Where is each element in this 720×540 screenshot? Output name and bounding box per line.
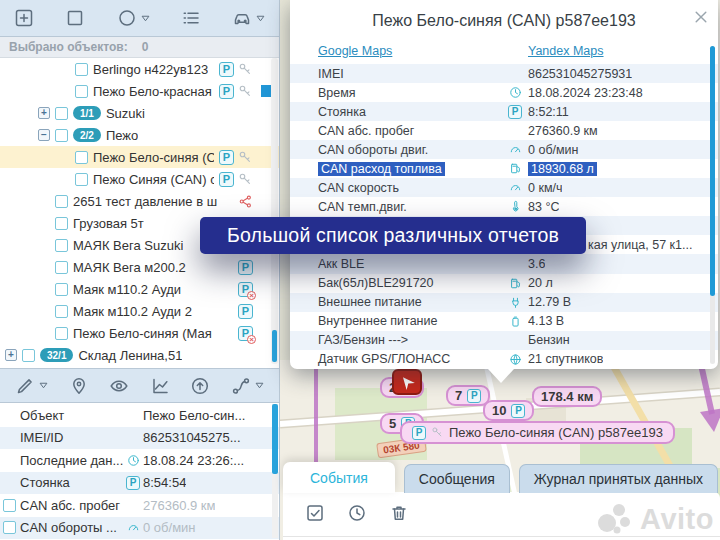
units-filter-icon[interactable]: [232, 8, 252, 28]
unit-label-label[interactable]: PПежо Бело-синяя (CAN) p587ee193: [400, 421, 675, 444]
tree-item[interactable]: Маяк м110.2 АудиP×: [0, 278, 279, 300]
unit-direction-marker[interactable]: [392, 369, 422, 395]
select-square-icon[interactable]: [65, 8, 85, 28]
info-row[interactable]: Последние дан...18.08.24 23:26:...: [0, 449, 279, 472]
checkbox[interactable]: [55, 305, 68, 318]
visibility-icon[interactable]: [109, 376, 129, 396]
collapse-icon[interactable]: −: [38, 129, 50, 141]
checkbox[interactable]: [55, 261, 68, 274]
checkbox[interactable]: [55, 217, 68, 230]
time-filter-icon[interactable]: [347, 503, 367, 523]
tree-item[interactable]: Пежо Синяя (CAN) сP: [0, 168, 279, 190]
tree-item[interactable]: МАЯК Вега м200.2P: [0, 256, 279, 278]
sensor-icon: [238, 194, 253, 209]
info-row[interactable]: ОбъектПежо Бело-син...: [0, 404, 279, 427]
parameter-row[interactable]: ГАЗ/Бензин --->Бензин: [290, 331, 718, 350]
checkbox[interactable]: [75, 173, 88, 186]
checkbox[interactable]: [55, 239, 68, 252]
scrollbar-thumb[interactable]: [272, 330, 277, 362]
parameter-row[interactable]: Датчик GPS/ГЛОНАСС21 спутников: [290, 350, 718, 369]
key-icon: [238, 62, 253, 77]
scrollbar-thumb[interactable]: [710, 46, 715, 296]
tree-scrollbar[interactable]: [271, 58, 278, 364]
expand-icon[interactable]: +: [38, 107, 50, 119]
circle-select-icon[interactable]: [117, 8, 137, 28]
info-scrollbar[interactable]: [272, 404, 278, 538]
info-row[interactable]: CAN обороты ...0 об/мин: [0, 517, 279, 540]
checkbox[interactable]: [22, 349, 35, 362]
checkbox[interactable]: [3, 499, 16, 512]
yandex-maps-link[interactable]: Yandex Maps: [528, 44, 604, 58]
tree-item[interactable]: −2/2Пежо: [0, 124, 279, 146]
map-label-text: Пежо Бело-синяя (CAN) p587ee193: [449, 425, 663, 440]
item-badges: [238, 194, 253, 209]
parameter-row[interactable]: СтоянкаP8:52:11: [290, 102, 718, 121]
parameter-label-text: CAN абс. пробег: [318, 124, 414, 138]
tree-item[interactable]: +32/1Склад Ленина,51: [0, 344, 279, 366]
cluster-7-label[interactable]: 7P: [446, 385, 490, 406]
checkbox[interactable]: [75, 63, 88, 76]
checkbox[interactable]: [55, 129, 68, 142]
checkbox[interactable]: [75, 151, 88, 164]
tab-label: Сообщения: [419, 471, 495, 487]
parameter-row[interactable]: Внешнее питание12.79 В: [290, 293, 718, 312]
delete-icon[interactable]: [389, 503, 409, 523]
cluster-10-label[interactable]: 10P: [483, 400, 534, 421]
expand-icon[interactable]: +: [5, 349, 17, 361]
location-icon[interactable]: [69, 376, 89, 396]
checkbox[interactable]: [55, 327, 68, 340]
google-maps-link[interactable]: Google Maps: [318, 44, 392, 58]
parameter-row[interactable]: Акк BLE3.6: [290, 254, 718, 273]
key-icon: [238, 150, 253, 165]
info-row[interactable]: СтоянкаP8:54:54: [0, 472, 279, 495]
checkbox[interactable]: [55, 107, 68, 120]
add-area-icon[interactable]: [14, 8, 34, 28]
tree-item[interactable]: 2651 тест давление в ш: [0, 190, 279, 212]
parameter-row[interactable]: CAN абс. пробег276360.9 км: [290, 121, 718, 140]
parameter-row[interactable]: CAN скорость0 км/ч: [290, 178, 718, 197]
object-action-toolbar: [0, 368, 279, 403]
parameter-row[interactable]: CAN темп.двиг.83 °C: [290, 197, 718, 216]
key-icon: [238, 172, 253, 187]
chevron-down-icon[interactable]: [141, 15, 150, 22]
checkbox[interactable]: [55, 195, 68, 208]
close-icon[interactable]: [693, 9, 709, 25]
info-row[interactable]: CAN абс. пробег276360.9 км: [0, 494, 279, 517]
tree-item[interactable]: Пежо Бело-синяя (МаяP×: [0, 322, 279, 344]
tab-messages[interactable]: Сообщения: [404, 464, 510, 493]
edit-icon[interactable]: [15, 376, 35, 396]
parameter-row[interactable]: CAN расход топлива18930.68 л: [290, 159, 718, 178]
chevron-down-icon[interactable]: [39, 382, 48, 389]
checkbox[interactable]: [55, 283, 68, 296]
tree-item[interactable]: Пежо Бело-синяя (CP: [0, 146, 279, 168]
tree-item[interactable]: Пежо Бело-краснаяP: [0, 80, 279, 102]
select-all-icon[interactable]: [305, 503, 325, 523]
chevron-down-icon[interactable]: [255, 382, 264, 389]
parking-badge: P: [126, 476, 140, 490]
checkbox[interactable]: [3, 521, 16, 534]
checkbox[interactable]: [75, 85, 88, 98]
route-icon[interactable]: [231, 376, 251, 396]
tab-data-log[interactable]: Журнал принятых данных: [519, 464, 718, 493]
distance-label-label[interactable]: 178.4 км: [532, 386, 602, 407]
popup-scrollbar[interactable]: [710, 46, 715, 364]
tree-item[interactable]: Маяк м110.2 Ауди 2P: [0, 300, 279, 322]
parameter-row[interactable]: CAN обороты двиг.0 об/мин: [290, 140, 718, 159]
tree-item[interactable]: +1/1Suzuki: [0, 102, 279, 124]
fleet-tracking-app: 2P7P10P178.4 км5PPПежо Бело-синяя (CAN) …: [0, 0, 720, 540]
parameter-label: Стоянка: [290, 105, 502, 119]
info-row[interactable]: IMEI/ID862531045275...: [0, 427, 279, 450]
parameter-row[interactable]: IMEI862531045275931: [290, 64, 718, 83]
list-view-icon[interactable]: [181, 8, 201, 28]
tab-events[interactable]: События: [283, 462, 395, 493]
parameter-row[interactable]: Внутреннее питание4.13 В: [290, 312, 718, 331]
tree-item[interactable]: Berlingo н422ув123P: [0, 58, 279, 80]
chevron-down-icon[interactable]: [256, 15, 265, 22]
satellite-icon: [509, 353, 522, 366]
parameter-row[interactable]: Бак(65л)BLE29172020 л: [290, 274, 718, 293]
chart-icon[interactable]: [150, 376, 170, 396]
clock-icon: [509, 86, 522, 99]
send-command-icon[interactable]: [190, 376, 210, 396]
scrollbar-thumb[interactable]: [272, 404, 278, 474]
parameter-row[interactable]: Время18.08.2024 23:23:48: [290, 83, 718, 102]
